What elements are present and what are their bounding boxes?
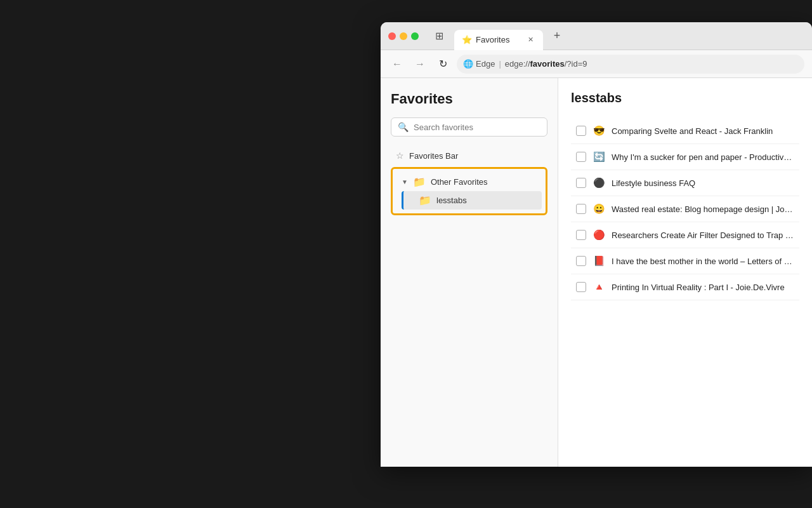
url-prefix: edge:// [505, 55, 530, 74]
bookmark-item[interactable]: 🔴 Researchers Create Air Filter Designed… [571, 222, 799, 248]
folder-group-selected: ▼ 📁 Other Favorites 📁 lesstabs [391, 167, 547, 215]
expand-arrow-icon: ▼ [402, 178, 408, 185]
search-input[interactable] [414, 123, 540, 132]
back-button[interactable]: ← [388, 55, 406, 73]
bookmark-title: Researchers Create Air Filter Designed t… [612, 231, 794, 240]
url-bold: favorites [530, 55, 565, 74]
lesstabs-title: lesstabs [571, 91, 799, 105]
other-favorites-folder[interactable]: ▼ 📁 Other Favorites [396, 173, 542, 191]
minimize-button[interactable] [400, 32, 407, 40]
active-tab[interactable]: ⭐ Favorites ✕ [454, 30, 543, 50]
bookmark-item[interactable]: 🔄 Why I'm a sucker for pen and paper - P… [571, 144, 799, 170]
bookmark-favicon: 🔺 [593, 281, 605, 293]
bookmark-item[interactable]: 📕 I have the best mother in the world – … [571, 248, 799, 274]
bookmark-favicon: ⚫ [593, 177, 605, 189]
bookmark-item[interactable]: 😎 Comparing Svelte and React - Jack Fran… [571, 118, 799, 144]
title-bar: ⊞ ⭐ Favorites ✕ + [381, 22, 812, 50]
traffic-lights [388, 32, 419, 40]
star-icon: ☆ [396, 150, 404, 161]
edge-logo-icon: 🌐 [463, 59, 473, 69]
tab-manager-button[interactable]: ⊞ [429, 27, 449, 45]
bookmark-item[interactable]: 🔺 Printing In Virtual Reality : Part I -… [571, 274, 799, 300]
bookmark-favicon: 📕 [593, 255, 605, 267]
lesstabs-panel: lesstabs 😎 Comparing Svelte and React - … [558, 78, 812, 467]
bookmark-item[interactable]: ⚫ Lifestyle business FAQ [571, 170, 799, 196]
bookmark-item[interactable]: 😀 Wasted real estate: Blog homepage desi… [571, 196, 799, 222]
address-separator: | [499, 55, 501, 74]
bookmark-favicon: 😎 [593, 124, 605, 137]
bookmark-checkbox[interactable] [576, 126, 586, 136]
refresh-button[interactable]: ↻ [434, 55, 452, 73]
bookmark-checkbox[interactable] [576, 204, 586, 214]
favorites-bar-item[interactable]: ☆ Favorites Bar [391, 147, 547, 164]
lesstabs-folder[interactable]: 📁 lesstabs [402, 191, 542, 210]
bookmark-title: Wasted real estate: Blog homepage design… [612, 204, 794, 214]
bookmark-title: Why I'm a sucker for pen and paper - Pro… [612, 152, 794, 162]
lesstabs-label: lesstabs [436, 196, 467, 205]
tab-title: Favorites [476, 35, 509, 44]
bookmark-list: 😎 Comparing Svelte and React - Jack Fran… [571, 118, 799, 300]
bookmark-checkbox[interactable] [576, 230, 586, 240]
search-box[interactable]: 🔍 [391, 117, 547, 137]
browser-window: ⊞ ⭐ Favorites ✕ + ← → ↻ 🌐 Edge | edge://… [381, 22, 812, 467]
bookmark-checkbox[interactable] [576, 152, 586, 162]
bookmark-title: Comparing Svelte and React - Jack Frankl… [612, 126, 773, 136]
folder-icon-other: 📁 [413, 176, 426, 188]
maximize-button[interactable] [411, 32, 419, 40]
bookmark-checkbox[interactable] [576, 256, 586, 266]
edge-label: Edge [476, 55, 495, 74]
tab-close-button[interactable]: ✕ [525, 35, 535, 45]
favorites-title: Favorites [391, 91, 547, 107]
bookmark-checkbox[interactable] [576, 282, 586, 292]
bookmark-title: I have the best mother in the world – Le… [612, 257, 794, 266]
favorites-panel: Favorites 🔍 ☆ Favorites Bar ▼ 📁 Other Fa… [381, 78, 558, 467]
bookmark-favicon: 😀 [593, 203, 605, 215]
bookmark-favicon: 🔄 [593, 150, 605, 163]
browser-content: Favorites 🔍 ☆ Favorites Bar ▼ 📁 Other Fa… [381, 78, 812, 467]
bookmark-checkbox[interactable] [576, 178, 586, 188]
bookmark-favicon: 🔴 [593, 229, 605, 241]
search-icon: 🔍 [398, 122, 409, 132]
close-button[interactable] [388, 32, 396, 40]
url-suffix: /?id=9 [565, 55, 587, 74]
address-bar: ← → ↻ 🌐 Edge | edge://favorites/?id=9 [381, 50, 812, 78]
new-tab-button[interactable]: + [548, 27, 566, 45]
folder-icon-lesstabs: 📁 [419, 194, 431, 206]
forward-button[interactable]: → [411, 55, 429, 73]
address-text[interactable]: Edge | edge://favorites/?id=9 [457, 55, 804, 74]
bookmark-title: Printing In Virtual Reality : Part I - J… [612, 283, 785, 292]
other-favorites-label: Other Favorites [431, 177, 488, 187]
tab-favicon: ⭐ [462, 35, 472, 44]
address-container[interactable]: 🌐 Edge | edge://favorites/?id=9 [457, 55, 804, 74]
bookmark-title: Lifestyle business FAQ [612, 178, 695, 188]
favorites-bar-label: Favorites Bar [409, 151, 458, 161]
